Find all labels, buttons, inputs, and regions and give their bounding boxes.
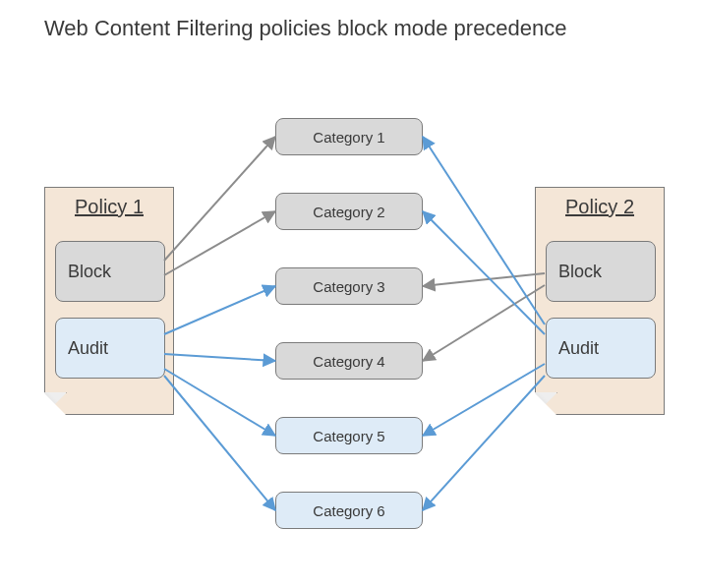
diagram-title: Web Content Filtering policies block mod… (44, 16, 567, 41)
category-5: Category 5 (275, 417, 423, 454)
arrow-p2-audit-c5 (423, 364, 545, 436)
arrow-p1-audit-c5 (164, 369, 275, 436)
arrow-p1-block-c1 (164, 137, 275, 261)
policy-1-card: Policy 1 Block Audit (44, 187, 174, 415)
policy-2-block-box: Block (546, 241, 656, 302)
category-4: Category 4 (275, 342, 423, 380)
arrow-p1-block-c2 (164, 211, 275, 275)
arrow-p1-audit-c6 (164, 376, 275, 510)
diagram-stage: Web Content Filtering policies block mod… (0, 0, 702, 588)
policy-1-block-box: Block (55, 241, 165, 302)
arrow-p2-audit-c2 (423, 211, 545, 334)
policy-2-audit-box: Audit (546, 318, 656, 379)
category-2: Category 2 (275, 193, 423, 230)
policy-1-audit-box: Audit (55, 318, 165, 379)
policy-1-title: Policy 1 (45, 196, 173, 218)
arrow-p2-block-c3 (423, 273, 545, 286)
policy-1-audit-label: Audit (68, 338, 108, 359)
category-3: Category 3 (275, 267, 423, 305)
category-1: Category 1 (275, 118, 423, 155)
policy-1-block-label: Block (68, 262, 111, 282)
arrow-p1-audit-c4 (164, 354, 275, 361)
arrow-p2-block-c4 (423, 285, 545, 361)
category-6: Category 6 (275, 492, 423, 529)
arrow-p2-audit-c1 (423, 137, 545, 324)
policy-2-audit-label: Audit (558, 338, 599, 359)
policy-2-card: Policy 2 Block Audit (535, 187, 665, 415)
arrow-p1-audit-c3 (164, 286, 275, 334)
arrow-p2-audit-c6 (423, 376, 545, 510)
policy-2-title: Policy 2 (536, 196, 664, 218)
policy-2-block-label: Block (558, 262, 602, 282)
